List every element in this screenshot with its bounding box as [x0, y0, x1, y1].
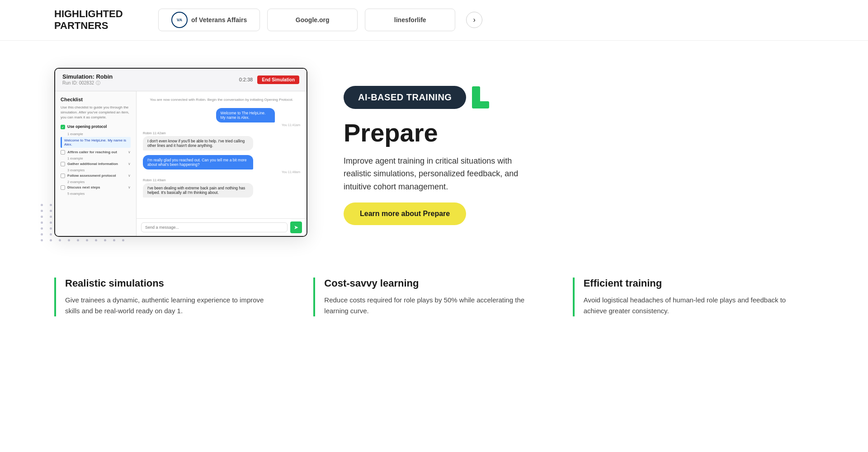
decoration-dot — [77, 239, 79, 241]
decoration-dot — [41, 210, 43, 212]
decoration-dot — [41, 204, 43, 206]
decoration-dot — [104, 239, 106, 241]
chat-message-3: I'm really glad you reached out. Can you… — [143, 155, 300, 174]
checklist-item-2-row: Affirm caller for reaching out ∨ — [61, 150, 131, 155]
decoration-dot — [41, 233, 43, 235]
va-text: of Veterans Affairs — [191, 16, 247, 24]
checkbox-4[interactable] — [61, 174, 65, 178]
partners-title: HIGHLIGHTED PARTNERS — [54, 8, 145, 32]
decoration-dot — [122, 239, 124, 241]
checkbox-1[interactable]: ✓ — [61, 125, 65, 129]
chevron-down-icon-2: ∨ — [128, 150, 131, 154]
checklist-item-5-row: Discuss next steps ∨ — [61, 185, 131, 190]
sim-run-id: Run ID: 002832 ⓘ — [62, 80, 113, 86]
google-text: Google.org — [296, 16, 330, 24]
chat-system-message: You are now connected with Robin. Begin … — [143, 98, 300, 102]
ai-badge: AI-BASED TRAINING — [344, 86, 466, 109]
chevron-down-icon-3: ∨ — [128, 162, 131, 166]
sim-title-right: 0:2:38 End Simulation — [239, 75, 299, 84]
feature-desc-0: Give trainees a dynamic, authentic learn… — [65, 295, 277, 316]
checklist-sub-4: 2 examples — [67, 180, 131, 184]
chat-input-row: ➤ — [137, 218, 307, 236]
feature-item-0: Realistic simulations Give trainees a dy… — [54, 278, 295, 316]
learn-more-button[interactable]: Learn more about Prepare — [344, 202, 466, 225]
decoration-dot — [41, 227, 43, 230]
partner-logo-va: VA of Veterans Affairs — [158, 9, 260, 31]
decoration-dot — [50, 204, 52, 206]
checklist-item-4-row: Follow assessment protocol ∨ — [61, 173, 131, 178]
features-section: Realistic simulations Give trainees a dy… — [0, 255, 868, 344]
feature-title-0: Realistic simulations — [65, 278, 277, 289]
info-icon: ⓘ — [96, 80, 100, 86]
decoration-dot — [41, 216, 43, 218]
partners-nav-arrow[interactable]: › — [466, 12, 482, 28]
chat-bubble-2: I don't even know if you'll be able to h… — [143, 136, 253, 151]
checklist-label-3: Gather additional information — [67, 162, 118, 166]
green-L-icon — [470, 84, 497, 111]
feature-item-2: Efficient training Avoid logistical head… — [573, 278, 814, 316]
prepare-title: Prepare — [344, 120, 438, 146]
checkbox-3[interactable] — [61, 162, 65, 166]
checklist-sub-3: 3 examples — [67, 168, 131, 172]
chat-message-1: Welcome to The HelpLine. My name is Alex… — [216, 108, 300, 127]
checklist-title: Checklist — [61, 97, 131, 102]
checklist-label-2: Affirm caller for reaching out — [67, 150, 117, 154]
decoration-dot — [50, 233, 52, 235]
lines-text: linesforlife — [394, 16, 426, 24]
checklist-label-5: Discuss next steps — [67, 185, 100, 189]
chat-send-button[interactable]: ➤ — [290, 221, 302, 233]
sim-timer: 0:2:38 — [239, 77, 253, 82]
chevron-down-icon-5: ∨ — [128, 185, 131, 189]
prepare-description: Improve agent training in critical situa… — [344, 155, 533, 193]
decoration-dot — [113, 239, 115, 241]
send-icon: ➤ — [294, 224, 298, 231]
decoration-dot — [50, 210, 52, 212]
decoration-dot — [68, 239, 70, 241]
checklist-sub-2: 1 example — [67, 156, 131, 160]
feature-title-1: Cost-savvy learning — [324, 278, 536, 289]
chat-message-input[interactable] — [141, 222, 288, 232]
feature-desc-2: Avoid logistical headaches of human-led … — [584, 295, 796, 316]
checklist-item-1: ✓ Use opening protocol — [61, 124, 131, 129]
chat-messages: You are now connected with Robin. Begin … — [137, 91, 307, 218]
feature-title-2: Efficient training — [584, 278, 796, 289]
va-seal: VA — [171, 12, 188, 28]
feature-item-1: Cost-savvy learning Reduce costs require… — [313, 278, 554, 316]
sim-title-text: Simulation: Robin — [62, 73, 113, 80]
checklist-example-1: Welcome to The HelpLine. My name is Alex… — [61, 137, 131, 148]
chat-time-1: You 11:41am — [216, 123, 300, 127]
info-panel: AI-BASED TRAINING Prepare Improve agent … — [344, 80, 814, 225]
chat-sender-4: Robin 11:49am — [143, 178, 300, 182]
chat-sender-2: Robin 11:42am — [143, 131, 300, 135]
checkbox-5[interactable] — [61, 185, 65, 190]
decoration-dot — [50, 239, 52, 241]
partners-bar: HIGHLIGHTED PARTNERS VA of Veterans Affa… — [0, 0, 868, 41]
chat-bubble-4: I've been dealing with extreme back pain… — [143, 183, 253, 198]
chat-bubble-1: Welcome to The HelpLine. My name is Alex… — [216, 108, 275, 122]
decoration-dot — [50, 216, 52, 218]
checkbox-2[interactable] — [61, 150, 65, 155]
sim-title-left: Simulation: Robin Run ID: 002832 ⓘ — [62, 73, 113, 86]
feature-desc-1: Reduce costs required for role plays by … — [324, 295, 536, 316]
checklist-sub-1: 1 example — [67, 132, 131, 136]
chat-bubble-3: I'm really glad you reached out. Can you… — [143, 155, 253, 170]
checklist-desc: Use this checklist to guide you through … — [61, 105, 131, 120]
chat-message-4: Robin 11:49am I've been dealing with ext… — [143, 178, 300, 198]
simulation-container: // Will generate dots via JS below Simul… — [54, 68, 307, 237]
checklist-sub-5: 5 examples — [67, 192, 131, 196]
decoration-dot — [41, 239, 43, 241]
sim-titlebar: Simulation: Robin Run ID: 002832 ⓘ 0:2:3… — [55, 69, 307, 91]
chat-time-3: You 11:48am — [143, 170, 300, 174]
badge-row: AI-BASED TRAINING — [344, 84, 497, 111]
chat-message-2: Robin 11:42am I don't even know if you'l… — [143, 131, 300, 151]
decoration-dot — [50, 227, 52, 230]
chat-panel: You are now connected with Robin. Begin … — [137, 91, 307, 236]
checklist-panel: Checklist Use this checklist to guide yo… — [55, 91, 137, 236]
simulation-window: Simulation: Robin Run ID: 002832 ⓘ 0:2:3… — [54, 68, 307, 237]
svg-rect-1 — [472, 101, 489, 108]
decoration-dot — [86, 239, 88, 241]
end-simulation-button[interactable]: End Simulation — [257, 75, 299, 84]
decoration-dot — [59, 239, 61, 241]
decoration-dot — [41, 221, 43, 224]
sim-body: Checklist Use this checklist to guide yo… — [55, 91, 307, 236]
